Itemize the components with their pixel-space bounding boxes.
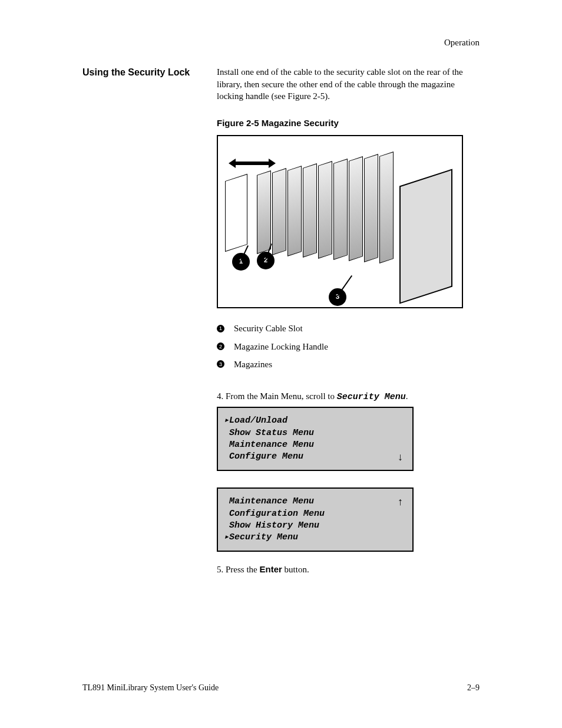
- section-security-lock: Using the Security Lock Install one end …: [82, 66, 480, 575]
- lcd-line: Maintenance Menu: [229, 440, 314, 450]
- step5-suffix: button.: [282, 565, 309, 574]
- scroll-down-icon: ↓: [398, 450, 403, 464]
- scroll-up-icon: ↑: [398, 495, 403, 509]
- step-4: 4. From the Main Menu, scroll to Securit…: [217, 390, 480, 403]
- step4-menu-target-text: Security Menu: [337, 392, 406, 402]
- section-body: Install one end of the cable to the secu…: [217, 66, 480, 102]
- figure-callout-dot-2: 2: [257, 252, 275, 269]
- footer-page-number: 2–9: [467, 683, 480, 694]
- callout-label: Security Cable Slot: [234, 322, 303, 334]
- callout-label: Magazine Locking Handle: [234, 341, 328, 353]
- callout-label: Magazines: [234, 358, 272, 370]
- lcd-menu-2: Maintenance Menu Configuration Menu Show…: [217, 487, 414, 552]
- double-arrow-icon: [229, 159, 276, 168]
- step5-prefix: 5. Press the: [217, 565, 260, 574]
- lcd-line: Configuration Menu: [229, 509, 325, 519]
- running-header: Operation: [82, 37, 480, 48]
- footer-doc-title: TL891 MiniLibrary System User's Guide: [82, 683, 219, 694]
- figure-box: 1 2 3: [217, 135, 463, 308]
- step-5: 5. Press the Enter button.: [217, 564, 480, 575]
- menu-selector-icon: ▸: [224, 416, 229, 426]
- step4-text: 4. From the Main Menu, scroll to: [217, 391, 335, 401]
- figure-callout-dot-1: 1: [232, 253, 250, 271]
- callout-row: 2 Magazine Locking Handle: [217, 341, 480, 353]
- figure-callout-legend: 1 Security Cable Slot 2 Magazine Locking…: [217, 322, 480, 370]
- lcd-line: Configure Menu: [229, 452, 303, 462]
- lcd-menu-1: ▸Load/Unload Show Status Menu Maintenanc…: [217, 407, 414, 471]
- lcd-line: Show Status Menu: [229, 428, 314, 438]
- step4-period: .: [406, 391, 408, 401]
- callout-number-icon: 1: [217, 325, 224, 332]
- page-footer: TL891 MiniLibrary System User's Guide 2–…: [82, 683, 480, 694]
- callout-number-icon: 3: [217, 360, 224, 368]
- callout-row: 1 Security Cable Slot: [217, 322, 480, 334]
- callout-number-icon: 2: [217, 342, 224, 350]
- lcd-line: Maintenance Menu: [229, 496, 314, 506]
- lcd-line: Show History Menu: [229, 521, 319, 531]
- figure-callout-dot-3: 3: [329, 288, 346, 306]
- section-heading: Using the Security Lock: [82, 66, 201, 79]
- lcd-line: Security Menu: [229, 532, 298, 542]
- step5-button-name: Enter: [260, 564, 282, 574]
- svg-marker-0: [229, 159, 276, 168]
- lcd-line: Load/Unload: [229, 416, 287, 426]
- callout-row: 3 Magazines: [217, 358, 480, 370]
- figure-caption: Figure 2-5 Magazine Security: [217, 117, 480, 129]
- menu-selector-icon: ▸: [224, 532, 229, 542]
